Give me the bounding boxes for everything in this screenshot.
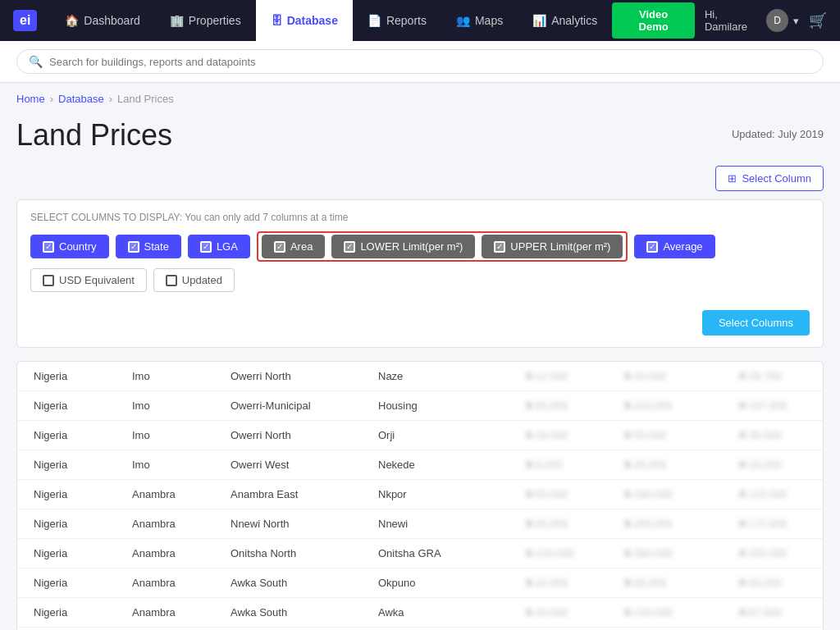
nav-maps[interactable]: 👥 Maps xyxy=(441,0,518,41)
nav-items: 🏠 Dashboard 🏢 Properties 🗄 Database 📄 Re… xyxy=(50,0,612,41)
cell-avg: ₦ 18,500 xyxy=(736,459,810,471)
chip-lower-limit[interactable]: ✓ LOWER Limit(per m²) xyxy=(331,235,475,258)
chip-lga-label: LGA xyxy=(217,240,238,253)
cell-area: Housing xyxy=(375,399,523,412)
search-input[interactable] xyxy=(49,56,811,68)
checkbox-upper-limit: ✓ xyxy=(494,241,505,253)
cell-upper: ₦ 68,000 xyxy=(621,577,736,589)
video-demo-button[interactable]: Video Demo xyxy=(612,2,695,39)
maps-icon: 👥 xyxy=(456,14,470,27)
table-row: Nigeria Imo Owerri North Naze ₦ 12,500 ₦… xyxy=(17,362,823,391)
select-columns-button[interactable]: Select Columns xyxy=(702,310,810,336)
chip-area[interactable]: ✓ Area xyxy=(262,235,325,258)
breadcrumb-database[interactable]: Database xyxy=(58,93,104,105)
properties-icon: 🏢 xyxy=(170,14,184,27)
cell-country: Nigeria xyxy=(30,399,129,412)
checkbox-state: ✓ xyxy=(128,241,139,253)
nav-database[interactable]: 🗄 Database xyxy=(256,0,353,41)
chip-upper-limit[interactable]: ✓ UPPER Limit(per m²) xyxy=(482,235,623,258)
cell-lower: ₦ 45,000 xyxy=(523,606,621,619)
checkbox-lower-limit: ✓ xyxy=(344,241,355,253)
nav-database-label: Database xyxy=(287,14,338,27)
chip-usd-equivalent-label: USD Equivalent xyxy=(59,274,135,286)
main-content: Home › Database › Land Prices Land Price… xyxy=(0,83,840,630)
cell-lower: ₦ 85,000 xyxy=(523,399,621,412)
cell-upper: ₦ 250,000 xyxy=(621,518,736,530)
cell-country: Nigeria xyxy=(30,518,129,530)
nav-reports-label: Reports xyxy=(386,14,427,27)
cell-lga: Awka South xyxy=(227,577,375,589)
column-selector-label: SELECT COLUMNS TO DISPLAY: You can only … xyxy=(30,212,810,223)
cell-state: Anambra xyxy=(129,488,227,500)
cell-area: Nnewi xyxy=(375,518,523,530)
cell-lga: Awka South xyxy=(227,606,375,619)
checkbox-lga: ✓ xyxy=(200,241,212,253)
nav-user: Hi, Damilare D ▾ xyxy=(705,8,799,33)
cell-area: Awka xyxy=(375,606,523,619)
checkbox-usd-equivalent xyxy=(43,275,54,286)
cell-lower: ₦ 120,000 xyxy=(523,547,621,559)
chip-usd-equivalent[interactable]: USD Equivalent xyxy=(30,268,147,292)
cell-country: Nigeria xyxy=(30,577,129,589)
chip-average[interactable]: ✓ Average xyxy=(634,235,714,258)
cell-avg: ₦ 250,000 xyxy=(736,547,810,559)
cell-country: Nigeria xyxy=(30,547,129,559)
select-column-button[interactable]: ⊞ Select Column xyxy=(715,166,824,191)
nav-properties-label: Properties xyxy=(189,14,241,27)
nav-analytics-label: Analytics xyxy=(551,14,597,27)
select-column-wrap: ⊞ Select Column xyxy=(16,166,824,191)
page-header: Land Prices Updated: July 2019 xyxy=(16,112,824,153)
dashboard-icon: 🏠 xyxy=(65,14,79,27)
chip-lga[interactable]: ✓ LGA xyxy=(188,235,250,258)
updated-text: Updated: July 2019 xyxy=(732,118,824,140)
table-row: Nigeria Imo Owerri West Nekede ₦ 9,000 ₦… xyxy=(17,450,823,480)
chevron-down-icon: ▾ xyxy=(793,15,799,27)
database-icon: 🗄 xyxy=(271,14,282,27)
cell-avg: ₦ 28,750 xyxy=(736,370,810,382)
checkbox-country: ✓ xyxy=(43,241,54,253)
chip-average-label: Average xyxy=(663,240,702,253)
selector-sublabel: You can only add 7 columns at a time xyxy=(185,212,348,223)
cell-avg: ₦ 36,500 xyxy=(736,429,810,441)
cell-state: Imo xyxy=(129,459,227,471)
table-row: Nigeria Anambra Awka South Okpuno ₦ 22,0… xyxy=(17,568,823,598)
cell-lga: Owerri North xyxy=(227,370,375,382)
page-title: Land Prices xyxy=(16,118,172,153)
table-row: Nigeria Anambra Anambra East Nkpor ₦ 65,… xyxy=(17,480,823,509)
cell-state: Anambra xyxy=(129,606,227,619)
select-column-label: Select Column xyxy=(742,172,811,185)
chips-highlighted-group: ✓ Area ✓ LOWER Limit(per m²) ✓ UPPER Lim… xyxy=(257,231,628,262)
nav-reports[interactable]: 📄 Reports xyxy=(353,0,441,41)
chip-country[interactable]: ✓ Country xyxy=(30,235,109,258)
nav-dashboard[interactable]: 🏠 Dashboard xyxy=(50,0,155,41)
nav-properties[interactable]: 🏢 Properties xyxy=(155,0,256,41)
cell-upper: ₦ 210,000 xyxy=(621,399,736,412)
cell-area: Nkpor xyxy=(375,488,523,500)
cell-country: Nigeria xyxy=(30,370,129,382)
chip-state-label: State xyxy=(144,240,169,253)
cell-lower: ₦ 65,000 xyxy=(523,488,621,500)
navbar: ei 🏠 Dashboard 🏢 Properties 🗄 Database 📄… xyxy=(0,0,840,41)
cell-country: Nigeria xyxy=(30,429,129,441)
search-icon: 🔍 xyxy=(29,55,43,68)
data-table: Nigeria Imo Owerri North Naze ₦ 12,500 ₦… xyxy=(16,361,824,630)
chip-state[interactable]: ✓ State xyxy=(116,235,181,258)
cart-icon[interactable]: 🛒 xyxy=(809,11,827,30)
table-row: Nigeria Anambra Awka South Awka ₦ 45,000… xyxy=(17,598,823,628)
chip-lower-limit-label: LOWER Limit(per m²) xyxy=(360,240,463,253)
chip-country-label: Country xyxy=(59,240,97,253)
cell-state: Anambra xyxy=(129,577,227,589)
cell-avg: ₦ 147,500 xyxy=(736,399,810,412)
table-row: Nigeria Imo Owerri North Orji ₦ 18,000 ₦… xyxy=(17,421,823,450)
cell-lower: ₦ 9,000 xyxy=(523,459,621,471)
cell-upper: ₦ 28,000 xyxy=(621,459,736,471)
cell-state: Imo xyxy=(129,399,227,412)
cell-lower: ₦ 18,000 xyxy=(523,429,621,441)
cell-avg: ₦ 172,500 xyxy=(736,518,810,530)
breadcrumb-home[interactable]: Home xyxy=(16,93,45,105)
search-bar: 🔍 xyxy=(0,41,840,83)
cell-lower: ₦ 95,000 xyxy=(523,518,621,530)
nav-maps-label: Maps xyxy=(475,14,503,27)
chip-updated[interactable]: Updated xyxy=(153,268,235,292)
nav-analytics[interactable]: 📊 Analytics xyxy=(518,0,612,41)
